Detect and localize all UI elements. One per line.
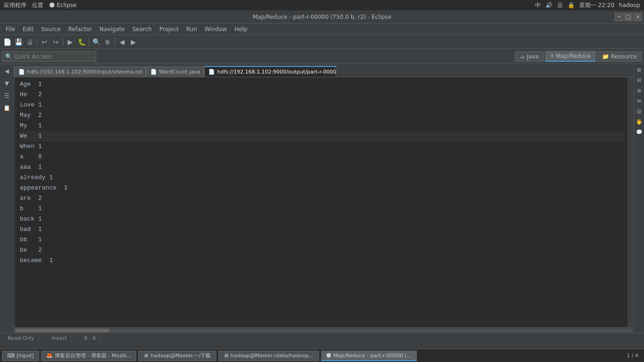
editor-area: 📄 hdfs://192.168.1.102:9000/input/shenma… xyxy=(14,64,634,333)
resource-tab-label: Resource xyxy=(611,53,637,60)
horizontal-scrollbar[interactable] xyxy=(14,327,634,333)
taskbar-terminal-2-label: hadoop@Master:/data/hadoop... xyxy=(231,353,314,359)
code-line: aaa 1 xyxy=(20,162,624,173)
tab-resource[interactable]: 📁 Resource xyxy=(597,51,642,62)
toolbar-search[interactable]: 🔍 xyxy=(91,37,101,47)
tab-java[interactable]: ☕ Java xyxy=(515,51,544,62)
scrollbar-track xyxy=(15,329,633,332)
left-sidebar: ◀ ▼ ☰ 📋 xyxy=(0,64,14,333)
quick-access-label: Quick Access xyxy=(14,53,51,60)
perspective-tabs: ☕ Java ⚡ Map/Reduce 📁 Resource xyxy=(515,51,642,62)
taskbar-terminal-1[interactable]: 🖥 hadoop@Master:~/下载 xyxy=(138,351,216,361)
sidebar-btn-3[interactable]: ☰ xyxy=(2,90,12,101)
right-btn-3[interactable]: ⊕ xyxy=(636,87,643,94)
mapreduce-tab-label: Map/Reduce xyxy=(556,53,591,59)
sidebar-btn-4[interactable]: 📋 xyxy=(2,103,12,113)
eclipse-icon-label: 🌑 Eclipse xyxy=(49,2,76,8)
toolbar-run[interactable]: ▶ xyxy=(65,37,75,47)
perspective-bar: 🔍 Quick Access ☕ Java ⚡ Map/Reduce 📁 Res… xyxy=(0,49,644,64)
vertical-scrollbar[interactable] xyxy=(628,77,634,327)
taskbar-input[interactable]: ⌨ [input] xyxy=(2,351,39,361)
sidebar-btn-1[interactable]: ◀ xyxy=(2,66,12,76)
eclipse-icon: 🌑 xyxy=(326,353,331,359)
taskbar-page-info: 1 / 4 xyxy=(627,353,642,359)
menu-run[interactable]: Run xyxy=(182,25,201,33)
code-line: bb 1 xyxy=(20,235,624,245)
status-insert: Insert xyxy=(48,333,71,343)
close-button[interactable]: × xyxy=(634,13,642,21)
right-btn-7[interactable]: 💬 xyxy=(636,128,643,136)
toolbar-back[interactable]: ◀ xyxy=(117,37,127,47)
menu-edit[interactable]: Edit xyxy=(19,25,37,33)
code-line: bad 1 xyxy=(20,224,624,235)
title-bar: Map/Reduce - part-r-00000 (750.0 b, r2) … xyxy=(0,10,644,24)
tab-part-r[interactable]: 📄 hdfs://192.168.1.102:9000/output/part-… xyxy=(204,66,336,77)
toolbar-ref[interactable]: ⊕ xyxy=(102,37,113,47)
status-position: 6 : 6 xyxy=(81,333,100,343)
menu-file[interactable]: File xyxy=(2,25,19,33)
toolbar-sep-3 xyxy=(89,38,89,46)
tab-wordcount-label: WordCount.java xyxy=(159,69,200,75)
quick-access-input[interactable]: 🔍 Quick Access xyxy=(2,51,96,62)
tab-wordcount[interactable]: 📄 WordCount.java xyxy=(146,66,204,77)
toolbar-print[interactable]: 🖨 xyxy=(25,37,35,47)
toolbar-save[interactable]: 💾 xyxy=(13,37,24,47)
mapreduce-tab-icon: ⚡ xyxy=(550,53,554,59)
toolbar-forward[interactable]: ▶ xyxy=(128,37,139,47)
taskbar-firefox-label: 博客后台管理 - 博客园 - Mozill... xyxy=(55,352,132,359)
menu-bar: File Edit Source Refactor Navigate Searc… xyxy=(0,24,644,35)
toolbar-undo[interactable]: ↩ xyxy=(39,37,50,47)
menu-window[interactable]: Window xyxy=(201,25,231,33)
system-bar-right: 中 🔊 豆 🔒 星期一 22:20 hadoop xyxy=(535,1,640,9)
minimize-button[interactable]: − xyxy=(615,13,623,21)
code-line: back 1 xyxy=(20,214,624,224)
right-sidebar: ⊞ ⊟ ⊕ ✉ @ 🖐 💬 xyxy=(634,64,644,333)
maximize-button[interactable]: □ xyxy=(624,13,633,21)
scrollbar-thumb[interactable] xyxy=(15,329,109,332)
taskbar-eclipse-label: Map/Reduce - part-r-00000 (... xyxy=(333,353,412,359)
toolbar-debug[interactable]: 🐛 xyxy=(76,37,87,47)
taskbar-eclipse[interactable]: 🌑 Map/Reduce - part-r-00000 (... xyxy=(321,351,417,361)
code-line: appearance 1 xyxy=(20,183,624,193)
code-content[interactable]: Age 1 He 2 Love 1 May 2 My 1 We 1 When 1… xyxy=(16,77,628,327)
code-line: When 1 xyxy=(20,141,624,152)
tab-mapreduce[interactable]: ⚡ Map/Reduce xyxy=(545,51,596,62)
menu-search[interactable]: Search xyxy=(129,25,156,33)
right-btn-4[interactable]: ✉ xyxy=(636,97,643,105)
location-menu[interactable]: 位置 xyxy=(32,1,43,9)
right-btn-2[interactable]: ⊟ xyxy=(636,76,643,84)
toolbar-redo[interactable]: ↪ xyxy=(50,37,61,47)
tab-part-r-label: hdfs://192.168.1.102:9000/output/part-r-… xyxy=(217,69,336,75)
toolbar: 📄 💾 🖨 ↩ ↪ ▶ 🐛 🔍 ⊕ ◀ ▶ xyxy=(0,35,644,49)
tab-shenma[interactable]: 📄 hdfs://192.168.1.102:9000/input/shenma… xyxy=(14,66,146,77)
menu-project[interactable]: Project xyxy=(156,25,182,33)
toolbar-sep-4 xyxy=(115,38,115,46)
toolbar-sep-2 xyxy=(63,38,63,46)
right-btn-5[interactable]: @ xyxy=(636,107,643,115)
menu-navigate[interactable]: Navigate xyxy=(96,25,129,33)
toolbar-new[interactable]: 📄 xyxy=(2,37,12,47)
status-bar: Read-Only Insert 6 : 6 xyxy=(0,333,644,343)
menu-source[interactable]: Source xyxy=(37,25,64,33)
toolbar-sep-1 xyxy=(37,38,37,46)
code-line: My 1 xyxy=(20,121,624,131)
status-mode: Read-Only xyxy=(4,333,39,343)
sidebar-btn-2[interactable]: ▼ xyxy=(2,78,12,89)
tab-shenma-label: hdfs://192.168.1.102:9000/input/shenma.t… xyxy=(27,69,142,75)
editor-tab-bar: 📄 hdfs://192.168.1.102:9000/input/shenma… xyxy=(14,64,634,77)
menu-refactor[interactable]: Refactor xyxy=(65,25,96,33)
menu-help[interactable]: Help xyxy=(231,25,251,33)
right-btn-6[interactable]: 🖐 xyxy=(636,118,643,125)
main-layout: ◀ ▼ ☰ 📋 📄 hdfs://192.168.1.102:9000/inpu… xyxy=(0,64,644,333)
volume-icon[interactable]: 🔊 xyxy=(545,2,553,8)
file-icon-3: 📄 xyxy=(208,69,215,75)
app-menu[interactable]: 应用程序 xyxy=(4,1,26,9)
title-bar-controls: − □ × xyxy=(615,13,644,21)
right-btn-1[interactable]: ⊞ xyxy=(636,66,643,74)
lock-icon: 🔒 xyxy=(568,2,575,8)
code-line: Love 1 xyxy=(20,100,624,110)
taskbar-firefox[interactable]: 🦊 博客后台管理 - 博客园 - Mozill... xyxy=(41,351,137,361)
taskbar-terminal-2[interactable]: 🖥 hadoop@Master:/data/hadoop... xyxy=(218,351,319,361)
java-tab-label: Java xyxy=(527,53,538,60)
apps-icon: 豆 xyxy=(557,1,563,9)
